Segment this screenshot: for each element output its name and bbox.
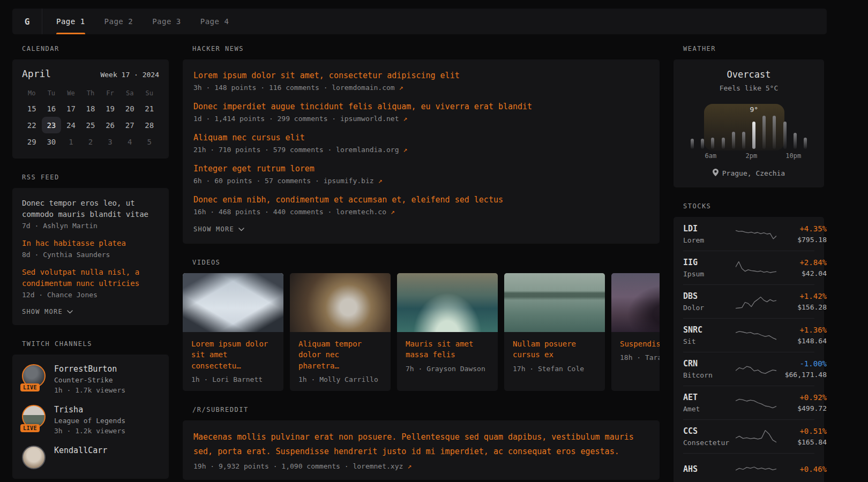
subreddit-meta-text: 19h · 9,932 points · 1,090 comments · lo… xyxy=(193,462,403,470)
stock-info: AET Amet xyxy=(683,393,736,413)
channel-meta: 3h · 1.2k viewers xyxy=(54,427,125,435)
stock-change: +0.92% xyxy=(776,393,827,402)
channel-info: Trisha League of Legends 3h · 1.2k viewe… xyxy=(54,405,125,435)
weekday-label: Su xyxy=(139,89,159,97)
calendar-day: 27 xyxy=(120,117,140,133)
hn-item-meta: 6h · 60 points · 57 comments · ipsumify.… xyxy=(193,177,649,185)
avatar: LIVE xyxy=(22,405,46,428)
hn-item-title[interactable]: Donec enim nibh, condimentum et accumsan… xyxy=(193,195,503,205)
external-link-icon: ↗ xyxy=(403,115,407,123)
hn-item-title[interactable]: Aliquam nec cursus elit xyxy=(193,133,305,142)
videos-section-label: VIDEOS xyxy=(192,259,660,266)
stock-change: +0.46% xyxy=(776,465,827,473)
stock-symbol: AET xyxy=(683,393,736,402)
stock-price: $66,171.48 xyxy=(776,371,827,379)
weather-hourly-chart: 9° xyxy=(683,104,814,149)
stock-row-snrc: SNRC Sit +1.36% $148.64 xyxy=(683,318,814,352)
calendar-day: 18 xyxy=(81,100,101,117)
dashboard-columns: CALENDAR April Week 17 · 2024 Mo Tu We T… xyxy=(12,34,827,482)
calendar-day: 24 xyxy=(61,117,81,133)
stock-values: +0.46% xyxy=(776,465,827,476)
stock-info: SNRC Sit xyxy=(683,325,736,345)
hn-item-meta: 3h · 148 points · 116 comments · loremdo… xyxy=(193,84,649,92)
calendar-day: 20 xyxy=(120,100,140,117)
tab-page-3[interactable]: Page 3 xyxy=(152,9,181,34)
avatar xyxy=(22,446,46,469)
stock-name: Amet xyxy=(683,405,736,413)
stocks-section-label: STOCKS xyxy=(683,202,824,210)
twitch-channel-trisha[interactable]: LIVE Trisha League of Legends 3h · 1.2k … xyxy=(22,405,159,435)
stock-sparkline xyxy=(736,223,776,245)
hn-meta-text: 21h · 710 points · 579 comments · loreml… xyxy=(193,146,399,154)
hn-item: Integer eget rutrum lorem 6h · 60 points… xyxy=(193,163,649,185)
stock-sparkline xyxy=(736,426,776,447)
video-card[interactable]: Suspendisse diam 18h · Tara xyxy=(611,273,660,391)
video-card[interactable]: Aliquam tempor dolor nec pharetra… 1h · … xyxy=(290,273,391,391)
stock-name: Bitcorn xyxy=(683,371,736,379)
hn-meta-text: 16h · 468 points · 440 comments · loremt… xyxy=(193,208,386,216)
show-more-label: SHOW MORE xyxy=(22,308,63,315)
hn-show-more-button[interactable]: SHOW MORE xyxy=(193,225,649,233)
channel-game: Counter-Strike xyxy=(54,376,125,384)
stock-symbol: CCS xyxy=(683,426,736,436)
rss-item-title[interactable]: Donec tempor eros leo, ut commodo mauris… xyxy=(22,198,159,220)
video-thumbnail xyxy=(290,273,391,332)
stock-info: DBS Dolor xyxy=(683,291,736,312)
external-link-icon: ↗ xyxy=(399,84,403,92)
stock-price: $148.64 xyxy=(776,337,827,345)
calendar-day: 16 xyxy=(42,100,62,117)
hn-item-title[interactable]: Integer eget rutrum lorem xyxy=(193,164,315,174)
stock-symbol: IIG xyxy=(683,258,736,267)
weekday-label: Tu xyxy=(42,89,62,97)
video-card[interactable]: Nullam posuere cursus ex 17h · Stefan Co… xyxy=(504,273,605,391)
hn-meta-text: 6h · 60 points · 57 comments · ipsumify.… xyxy=(193,177,374,185)
rss-item-title[interactable]: In hac habitasse platea xyxy=(22,238,159,249)
stock-row-crn: CRN Bitcorn -1.00% $66,171.48 xyxy=(683,352,814,386)
hn-item: Lorem ipsum dolor sit amet, consectetur … xyxy=(193,70,649,92)
calendar-header: April Week 17 · 2024 xyxy=(22,68,159,79)
calendar-day: 17 xyxy=(61,100,81,117)
subreddit-section-label: /R/SUBREDDIT xyxy=(192,406,660,413)
stock-name: Lorem xyxy=(683,236,736,244)
stock-change: +0.51% xyxy=(776,427,827,435)
tab-page-1[interactable]: Page 1 xyxy=(56,9,85,34)
weather-bar xyxy=(804,138,807,149)
stock-change: +1.42% xyxy=(776,292,827,300)
show-more-label: SHOW MORE xyxy=(193,225,234,233)
stock-symbol: SNRC xyxy=(683,325,736,335)
stock-row-aet: AET Amet +0.92% $499.72 xyxy=(683,386,814,419)
weather-bar xyxy=(794,133,797,149)
hackernews-widget: Lorem ipsum dolor sit amet, consectetur … xyxy=(183,59,660,244)
stock-info: CRN Bitcorn xyxy=(683,359,736,379)
rss-item-title[interactable]: Sed volutpat nulla nisl, a condimentum n… xyxy=(22,267,159,289)
rss-show-more-button[interactable]: SHOW MORE xyxy=(22,308,159,315)
stock-values: +0.51% $165.84 xyxy=(776,427,827,446)
channel-name: ForrestBurton xyxy=(54,364,125,374)
twitch-channel-kendallcarr[interactable]: KendallCarr xyxy=(22,446,159,469)
subreddit-post-title[interactable]: Maecenas mollis pulvinar erat non posuer… xyxy=(193,432,634,456)
tab-page-2[interactable]: Page 2 xyxy=(104,9,133,34)
stock-info: IIG Ipsum xyxy=(683,258,736,278)
twitch-channel-forrestburton[interactable]: LIVE ForrestBurton Counter-Strike 1h · 1… xyxy=(22,364,159,394)
hn-item-title[interactable]: Donec imperdiet augue tincidunt felis al… xyxy=(193,102,532,111)
video-title: Suspendisse diam xyxy=(611,332,660,349)
calendar-week-year: Week 17 · 2024 xyxy=(100,71,159,79)
weather-hour-labels: 6am 2pm 10pm xyxy=(683,152,814,161)
video-card[interactable]: Lorem ipsum dolor sit amet consectetu… 1… xyxy=(183,273,283,391)
video-card[interactable]: Mauris sit amet massa felis 7h · Grayson… xyxy=(397,273,498,391)
stock-price: $42.04 xyxy=(776,269,827,277)
tab-page-4[interactable]: Page 4 xyxy=(200,9,229,34)
stock-values: +2.84% $42.04 xyxy=(776,258,827,277)
stock-change: -1.00% xyxy=(776,359,827,368)
stock-row-ldi: LDI Lorem +4.35% $795.18 xyxy=(683,217,814,251)
video-title: Lorem ipsum dolor sit amet consectetu… xyxy=(183,332,283,371)
calendar-day: 30 xyxy=(42,133,62,150)
chevron-down-icon xyxy=(67,308,73,315)
app-logo[interactable]: G xyxy=(12,9,42,34)
hour-label: 2pm xyxy=(746,152,758,160)
video-title: Mauris sit amet massa felis xyxy=(397,332,498,360)
calendar-day-next-month: 5 xyxy=(139,133,159,150)
weather-bar xyxy=(711,138,714,149)
hn-item-title[interactable]: Lorem ipsum dolor sit amet, consectetur … xyxy=(193,71,460,80)
stock-sparkline xyxy=(736,392,776,413)
